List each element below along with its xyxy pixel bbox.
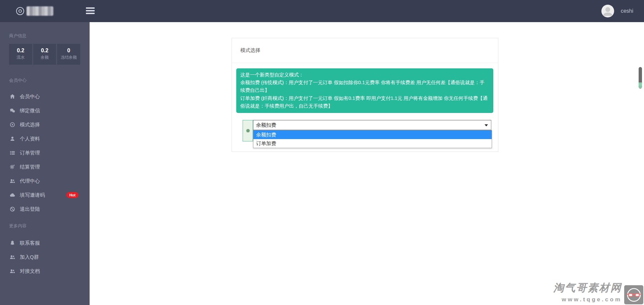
alert-line: 余额扣费 (传统模式)：用户支付了一元订单 假如扣除你0.1元费率 你将有手续费… [240, 79, 489, 94]
wechat-icon [9, 108, 15, 113]
sidebar: 商户信息 0.2 流水 0.2 余额 0 冻结余额 会员中心 会员中心 绑定微信 [0, 22, 90, 305]
user-menu[interactable]: ceshi [601, 0, 633, 22]
option-balance-deduct[interactable]: 余额扣费 [253, 130, 492, 139]
stat-flow: 0.2 流水 [9, 44, 32, 65]
circle-dot-icon [9, 122, 15, 127]
mode-select-dropdown[interactable]: 余额扣费 [253, 120, 491, 130]
username-label: ceshi [621, 8, 633, 14]
brand-logo-icon [16, 7, 24, 15]
top-navbar: ceshi [0, 0, 644, 22]
sidebar-item-member-center[interactable]: 会员中心 [0, 89, 90, 104]
alert-line: 这是一个新类型自定义模式： [240, 71, 489, 79]
users-icon [9, 254, 15, 260]
section-label-member-center: 会员中心 [9, 65, 90, 83]
sidebar-item-contact-support[interactable]: 联系客服 [0, 236, 90, 250]
sidebar-menu: 会员中心 绑定微信 模式选择 个人资料 订单管理 结算管理 [0, 89, 90, 216]
sidebar-item-settlement[interactable]: 结算管理 [0, 160, 90, 174]
watermark-title: 淘气哥素材网 [553, 281, 622, 295]
cogs-icon [9, 164, 15, 170]
sidebar-menu-more: 联系客服 加入Q群 对接文档 [0, 236, 90, 278]
brand-name-blurred [27, 6, 53, 16]
sidebar-item-agent-center[interactable]: 代理中心 [0, 174, 90, 188]
glasses-logo-icon [626, 287, 642, 303]
watermark: 淘气哥素材网 www.tqge.com [553, 281, 622, 303]
card-title: 模式选择 [232, 38, 498, 63]
cloud-icon [9, 192, 15, 198]
user-icon [9, 136, 15, 141]
scrollbar-stripes [639, 82, 642, 88]
gear-icon [246, 128, 250, 133]
avatar [601, 5, 614, 17]
sidebar-item-logout[interactable]: 退出登陆 [0, 202, 90, 216]
list-icon [9, 150, 15, 156]
main-content: 模式选择 这是一个新类型自定义模式： 余额扣费 (传统模式)：用户支付了一元订单… [90, 22, 644, 305]
mode-select-card: 模式选择 这是一个新类型自定义模式： 余额扣费 (传统模式)：用户支付了一元订单… [232, 38, 498, 152]
sidebar-item-mode-select[interactable]: 模式选择 [0, 118, 90, 132]
users-icon [9, 268, 15, 274]
person-silhouette-icon [601, 5, 614, 17]
dropdown-option-list: 余额扣费 订单加费 [253, 130, 492, 148]
sidebar-item-profile[interactable]: 个人资料 [0, 132, 90, 146]
watermark-url: www.tqge.com [553, 296, 622, 303]
hot-badge: Hot [66, 192, 79, 198]
alert-line: 订单加费 (奸商模式)：用户支付了一元订单 假如有0.1费率 即用户支付1.1元… [240, 95, 489, 110]
merchant-stats: 0.2 流水 0.2 余额 0 冻结余额 [9, 44, 80, 65]
option-order-surcharge[interactable]: 订单加费 [253, 139, 492, 148]
ban-icon [9, 206, 15, 212]
section-label-merchant-info: 商户信息 [9, 22, 90, 39]
sidebar-item-invite-code[interactable]: 填写邀请码 Hot [0, 188, 90, 202]
sidebar-item-bind-wechat[interactable]: 绑定微信 [0, 104, 90, 118]
mode-info-alert: 这是一个新类型自定义模式： 余额扣费 (传统模式)：用户支付了一元订单 假如扣除… [236, 68, 493, 113]
chevron-down-icon [485, 124, 488, 126]
sidebar-toggle-icon[interactable] [86, 7, 95, 14]
qq-icon [9, 240, 15, 246]
home-icon [9, 94, 15, 99]
sidebar-item-join-qq-group[interactable]: 加入Q群 [0, 250, 90, 264]
sidebar-item-api-docs[interactable]: 对接文档 [0, 264, 90, 278]
select-gear-addon [243, 120, 253, 141]
watermark-logo [624, 285, 643, 304]
users-icon [9, 178, 15, 184]
stat-frozen-balance: 0 冻结余额 [57, 44, 80, 65]
sidebar-item-orders[interactable]: 订单管理 [0, 146, 90, 160]
selected-value: 余额扣费 [256, 122, 276, 128]
section-label-more: 更多内容 [9, 216, 90, 229]
stat-balance: 0.2 余额 [33, 44, 56, 65]
scrollbar-thumb[interactable] [639, 67, 642, 88]
